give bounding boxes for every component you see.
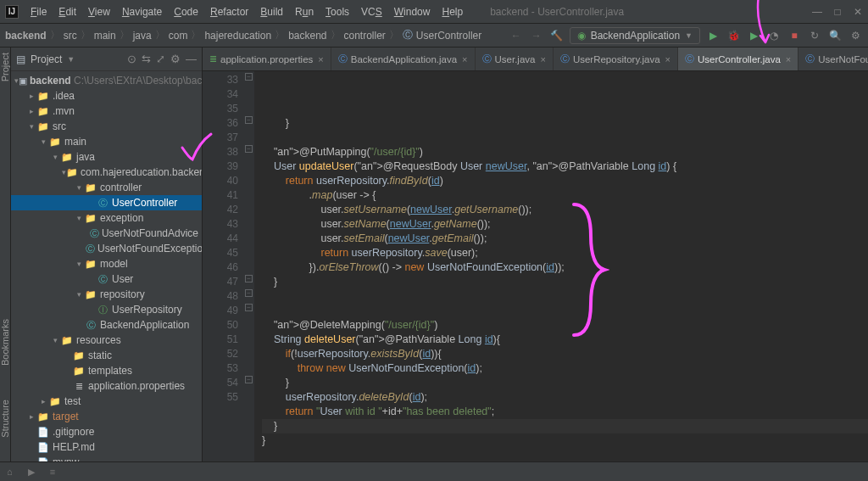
crumb[interactable]: main — [94, 30, 116, 42]
coverage-icon[interactable]: ▶ — [746, 28, 761, 43]
close-icon[interactable]: ✕ — [853, 6, 863, 18]
tree-item[interactable]: 📄.gitignore — [11, 424, 202, 439]
titlebar: IJ File Edit View Navigate Code Refactor… — [0, 0, 868, 24]
chevron-down-icon[interactable]: ▼ — [67, 55, 75, 64]
tree-item[interactable]: ▸📁target — [11, 409, 202, 424]
tree-item[interactable]: ▾📁src — [11, 119, 202, 134]
java-file-icon: Ⓒ — [805, 53, 815, 65]
project-tree[interactable]: ▾▣backend C:\Users\EXtrA\Desktop\backend… — [11, 71, 202, 461]
tree-item[interactable]: ▸📁test — [11, 394, 202, 409]
tree-item[interactable]: 📄HELP.md — [11, 439, 202, 455]
tree-item[interactable]: 📄mvnw — [11, 455, 202, 461]
tree-item[interactable]: ▾📁main — [11, 134, 202, 149]
menu-navigate[interactable]: Navigate — [117, 4, 167, 20]
menu-help[interactable]: Help — [437, 4, 468, 20]
tree-item[interactable]: ▾📁java — [11, 149, 202, 165]
run-icon[interactable]: ▶ — [705, 28, 721, 43]
tree-item[interactable]: ▸📁.mvn — [11, 103, 202, 119]
back-icon[interactable]: ← — [509, 28, 524, 43]
crumb[interactable]: java — [133, 30, 152, 42]
maximize-icon[interactable]: □ — [832, 6, 843, 18]
editor-tab[interactable]: ⒸUserRepository.java× — [554, 48, 678, 70]
close-tab-icon[interactable]: × — [786, 54, 791, 64]
rail-project[interactable]: Project — [0, 53, 10, 81]
editor-tab[interactable]: ⒸUserNotFoundException.java× — [798, 48, 868, 70]
fold-toggle-icon[interactable]: − — [245, 145, 253, 153]
tree-item[interactable]: 📁templates — [11, 363, 202, 378]
editor-tab[interactable]: ⒸUser.java× — [476, 48, 554, 70]
search-icon[interactable]: 🔍 — [827, 28, 843, 43]
editor-tab[interactable]: ≣application.properties× — [203, 48, 331, 70]
tab-label: BackendApplication.java — [351, 54, 457, 64]
tree-item[interactable]: ▾📁com.hajereducation.backend — [11, 165, 202, 180]
fold-toggle-icon[interactable]: − — [245, 116, 253, 124]
crumb[interactable]: UserController — [416, 30, 481, 42]
hide-icon[interactable]: — — [186, 53, 197, 65]
tree-root[interactable]: ▾▣backend C:\Users\EXtrA\Desktop\backend… — [11, 73, 202, 88]
editor-tab[interactable]: ⒸBackendApplication.java× — [331, 48, 476, 70]
menu-file[interactable]: File — [25, 4, 52, 20]
menu-vcs[interactable]: VCS — [356, 4, 387, 20]
tool-run[interactable]: ▶ — [28, 467, 35, 478]
fold-toggle-icon[interactable]: − — [245, 275, 253, 282]
collapse-all-icon[interactable]: ⤢ — [156, 53, 165, 65]
forward-icon[interactable]: → — [529, 28, 544, 43]
tree-item[interactable]: ⒸUser — [11, 271, 202, 287]
crumb[interactable]: src — [64, 30, 77, 42]
fold-toggle-icon[interactable]: − — [245, 304, 253, 311]
crumb[interactable]: com — [169, 30, 188, 42]
menu-edit[interactable]: Edit — [53, 4, 81, 20]
menu-run[interactable]: Run — [290, 4, 319, 20]
tree-item[interactable]: ⒸUserNotFoundException — [11, 241, 202, 256]
close-tab-icon[interactable]: × — [462, 54, 467, 64]
menu-code[interactable]: Code — [169, 4, 203, 20]
fold-toggle-icon[interactable]: − — [245, 376, 253, 383]
menu-window[interactable]: Window — [389, 4, 436, 20]
select-opened-icon[interactable]: ⊙ — [127, 53, 136, 65]
tree-item[interactable]: 📁static — [11, 348, 202, 363]
rail-structure[interactable]: Structure — [0, 400, 10, 438]
fold-toggle-icon[interactable]: − — [245, 289, 253, 297]
fold-column[interactable]: −−−−−−− — [243, 71, 255, 461]
close-tab-icon[interactable]: × — [665, 54, 670, 64]
crumb[interactable]: controller — [344, 30, 386, 42]
debug-icon[interactable]: 🐞 — [726, 28, 741, 43]
java-file-icon: Ⓒ — [338, 53, 348, 65]
rail-bookmarks[interactable]: Bookmarks — [0, 319, 10, 366]
crumb[interactable]: backend — [5, 30, 47, 42]
profile-icon[interactable]: ◔ — [766, 28, 782, 43]
crumb[interactable]: hajereducation — [204, 30, 271, 42]
fold-toggle-icon[interactable]: − — [245, 73, 253, 81]
tree-item[interactable]: ▾📁exception — [11, 210, 202, 226]
run-config-selector[interactable]: ◉ BackendApplication ▼ — [570, 27, 700, 44]
crumb[interactable]: backend — [288, 30, 326, 42]
tree-item[interactable]: ▾📁resources — [11, 333, 202, 348]
editor-tab[interactable]: ⒸUserController.java× — [678, 48, 798, 70]
tree-item[interactable]: ⒸUserNotFoundAdvice — [11, 226, 202, 241]
stop-icon[interactable]: ■ — [787, 28, 802, 43]
tree-item[interactable]: ⒸBackendApplication — [11, 317, 202, 333]
tree-item[interactable]: ▾📁controller — [11, 180, 202, 195]
settings-icon[interactable]: ⚙ — [848, 28, 863, 43]
tree-item[interactable]: ⒾUserRepository — [11, 302, 202, 317]
tree-item[interactable]: ▾📁model — [11, 256, 202, 271]
tree-item[interactable]: ≣application.properties — [11, 378, 202, 394]
menu-refactor[interactable]: Refactor — [205, 4, 253, 20]
close-tab-icon[interactable]: × — [318, 54, 323, 64]
build-icon[interactable]: 🔨 — [549, 28, 565, 43]
tree-item[interactable]: ▸📁.idea — [11, 88, 202, 103]
gear-icon[interactable]: ⚙ — [170, 53, 181, 65]
menu-build[interactable]: Build — [255, 4, 288, 20]
expand-all-icon[interactable]: ⇆ — [142, 53, 151, 65]
tool-todo[interactable]: ≡ — [50, 467, 55, 477]
bottom-tool-bar: ⌂ ▶ ≡ — [0, 461, 868, 481]
menu-tools[interactable]: Tools — [320, 4, 354, 20]
tool-version-control[interactable]: ⌂ — [7, 467, 13, 477]
menu-view[interactable]: View — [83, 4, 115, 20]
tree-item[interactable]: ▾📁repository — [11, 287, 202, 302]
tree-item-usercontroller[interactable]: ⒸUserController — [11, 195, 202, 210]
update-icon[interactable]: ↻ — [807, 28, 822, 43]
code-area[interactable]: ⚠7 ✔2 ˆ ˇ } "an">@PutMapping("/user/{id}… — [255, 71, 868, 461]
close-tab-icon[interactable]: × — [540, 54, 545, 64]
minimize-icon[interactable]: — — [812, 6, 822, 18]
